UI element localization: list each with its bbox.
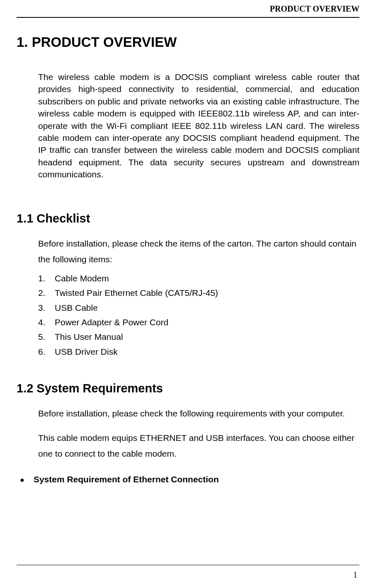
list-item: 3. USB Cable — [38, 300, 359, 315]
sysreq-para-1: Before installation, please check the fo… — [38, 406, 359, 422]
checklist-intro: Before installation, please check the it… — [38, 236, 359, 268]
bullet-heading-text: System Requirement of Ethernet Connectio… — [34, 474, 219, 484]
list-item-number: 3. — [38, 300, 55, 315]
bullet-icon: ● — [20, 476, 24, 484]
list-item: 6. USB Driver Disk — [38, 344, 359, 359]
page-number: 1 — [353, 570, 357, 580]
list-item-text: Power Adapter & Power Cord — [55, 315, 168, 329]
list-item-text: USB Cable — [55, 300, 98, 315]
list-item-number: 2. — [38, 286, 55, 300]
list-item: 4. Power Adapter & Power Cord — [38, 315, 359, 329]
list-item-number: 5. — [38, 329, 55, 344]
list-item-number: 6. — [38, 344, 55, 359]
list-item: 5. This User Manual — [38, 329, 359, 344]
running-title: PRODUCT OVERVIEW — [270, 4, 359, 13]
section-1-paragraph: The wireless cable modem is a DOCSIS com… — [38, 71, 359, 181]
footer-rule — [17, 565, 359, 565]
checklist: 1. Cable Modem 2. Twisted Pair Ethernet … — [38, 271, 359, 359]
list-item-text: Cable Modem — [55, 271, 109, 286]
sysreq-para-2: This cable modem equips ETHERNET and USB… — [38, 430, 359, 462]
list-item: 1. Cable Modem — [38, 271, 359, 286]
list-item-number: 1. — [38, 271, 55, 286]
list-item-number: 4. — [38, 315, 55, 329]
section-1-2-heading: 1.2 System Requirements — [17, 382, 359, 395]
list-item-text: Twisted Pair Ethernet Cable (CAT5/RJ-45) — [55, 286, 218, 300]
list-item-text: This User Manual — [55, 329, 123, 344]
list-item: 2. Twisted Pair Ethernet Cable (CAT5/RJ-… — [38, 286, 359, 300]
section-1-heading: 1. PRODUCT OVERVIEW — [17, 34, 359, 50]
list-item-text: USB Driver Disk — [55, 344, 118, 359]
section-1-1-heading: 1.1 Checklist — [17, 212, 359, 225]
running-header: PRODUCT OVERVIEW — [17, 0, 359, 18]
bullet-heading: ● System Requirement of Ethernet Connect… — [17, 474, 359, 484]
